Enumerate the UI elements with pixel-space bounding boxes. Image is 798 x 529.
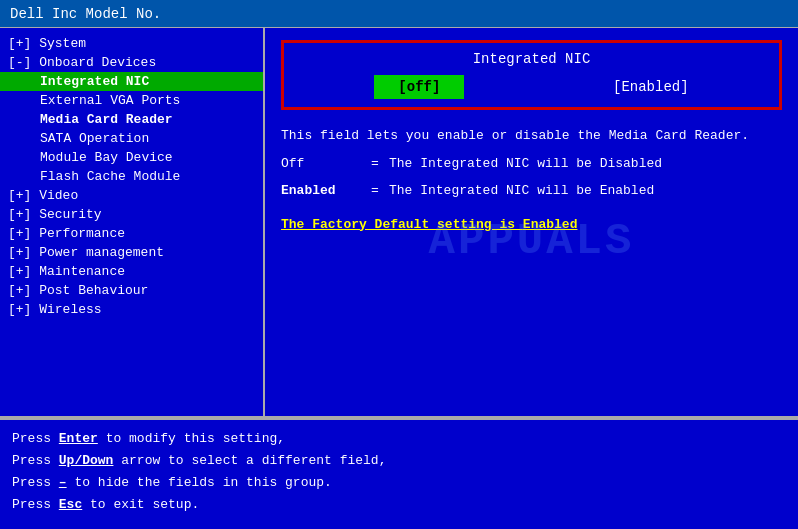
nic-controls: [off] [Enabled]	[300, 75, 763, 99]
nic-enabled-label: [Enabled]	[613, 79, 689, 95]
nic-title: Integrated NIC	[300, 51, 763, 67]
menu-item[interactable]: [+] Security	[0, 205, 263, 224]
bottom-bar-key: Enter	[59, 431, 98, 446]
menu-item[interactable]: External VGA Ports	[0, 91, 263, 110]
title-text: Dell Inc Model No.	[10, 6, 161, 22]
nic-box: Integrated NIC [off] [Enabled]	[281, 40, 782, 110]
description-row: Enabled=The Integrated NIC will be Enabl…	[281, 181, 782, 201]
desc-rows: Off=The Integrated NIC will be DisabledE…	[281, 154, 782, 201]
right-panel: Integrated NIC [off] [Enabled] This fiel…	[265, 28, 798, 416]
bottom-bar-line: Press – to hide the fields in this group…	[12, 472, 786, 494]
menu-item[interactable]: [+] Maintenance	[0, 262, 263, 281]
bottom-bar-key: –	[59, 475, 67, 490]
menu-item[interactable]: Integrated NIC	[0, 72, 263, 91]
bottom-bar-line: Press Up/Down arrow to select a differen…	[12, 450, 786, 472]
title-bar: Dell Inc Model No.	[0, 0, 798, 28]
description-area: This field lets you enable or disable th…	[281, 126, 782, 234]
bottom-bar-line: Press Enter to modify this setting,	[12, 428, 786, 450]
desc-eq: =	[365, 154, 385, 174]
desc-eq: =	[365, 181, 385, 201]
description-text: This field lets you enable or disable th…	[281, 126, 782, 146]
factory-default: The Factory Default setting is Enabled	[281, 215, 782, 235]
desc-value: The Integrated NIC will be Enabled	[389, 181, 782, 201]
factory-default-text: The Factory Default setting is	[281, 217, 523, 232]
menu-item[interactable]: SATA Operation	[0, 129, 263, 148]
menu-item[interactable]: Flash Cache Module	[0, 167, 263, 186]
desc-key: Enabled	[281, 181, 361, 201]
bottom-bar: Press Enter to modify this setting,Press…	[0, 418, 798, 524]
menu-item[interactable]: [+] Post Behaviour	[0, 281, 263, 300]
left-panel: [+] System[-] Onboard DevicesIntegrated …	[0, 28, 265, 416]
menu-item[interactable]: Module Bay Device	[0, 148, 263, 167]
bottom-bar-key: Up/Down	[59, 453, 114, 468]
bottom-bar-key: Esc	[59, 497, 82, 512]
desc-key: Off	[281, 154, 361, 174]
desc-value: The Integrated NIC will be Disabled	[389, 154, 782, 174]
factory-default-bold: Enabled	[523, 217, 578, 232]
menu-item[interactable]: [+] Power management	[0, 243, 263, 262]
nic-off-button[interactable]: [off]	[374, 75, 464, 99]
bottom-bar-line: Press Esc to exit setup.	[12, 494, 786, 516]
description-row: Off=The Integrated NIC will be Disabled	[281, 154, 782, 174]
menu-item[interactable]: [+] Wireless	[0, 300, 263, 319]
menu-item[interactable]: [+] Video	[0, 186, 263, 205]
menu-item[interactable]: [+] System	[0, 34, 263, 53]
menu-item[interactable]: [+] Performance	[0, 224, 263, 243]
menu-item[interactable]: Media Card Reader	[0, 110, 263, 129]
menu-item[interactable]: [-] Onboard Devices	[0, 53, 263, 72]
main-area: [+] System[-] Onboard DevicesIntegrated …	[0, 28, 798, 418]
